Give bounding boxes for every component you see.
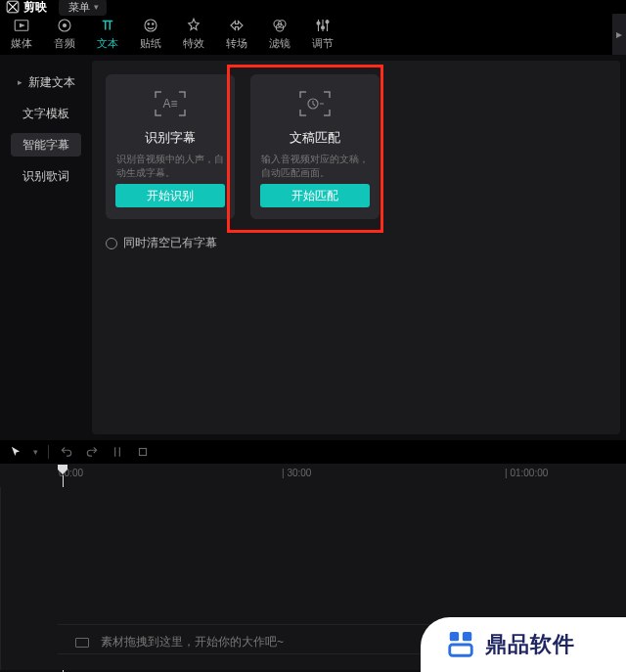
split-icon[interactable] xyxy=(110,444,125,460)
svg-rect-17 xyxy=(463,632,471,641)
sidebar-item-lyrics[interactable]: 识别歌词 xyxy=(11,164,81,188)
chevron-down-icon: ▾ xyxy=(94,2,99,12)
main-toolbar: 媒体 音频 文本 贴纸 特效 转场 滤镜 调节 ▸ xyxy=(0,14,626,55)
preview-collapse-icon[interactable]: ▸ xyxy=(612,14,626,55)
transition-icon xyxy=(228,17,246,34)
watermark-text: 鼎品软件 xyxy=(485,630,575,659)
svg-point-3 xyxy=(64,24,67,27)
app-logo: 剪映 xyxy=(6,0,47,16)
content-panel: A≡ 识别字幕 识别音视频中的人声，自动生成字幕。 开始识别 文稿匹配 输入音视… xyxy=(92,61,620,434)
scissors-icon xyxy=(6,0,20,14)
tab-media[interactable]: 媒体 xyxy=(0,17,43,51)
adjust-icon xyxy=(314,17,332,34)
svg-point-10 xyxy=(317,22,320,24)
svg-point-5 xyxy=(148,23,150,25)
checkbox-label: 同时清空已有字幕 xyxy=(123,235,217,251)
subtitle-icon: A≡ xyxy=(154,90,187,117)
effects-icon xyxy=(185,17,202,34)
svg-point-6 xyxy=(153,23,155,25)
svg-point-11 xyxy=(322,26,325,29)
card-desc: 输入音视频对应的文稿，自动匹配画面。 xyxy=(261,153,369,180)
svg-rect-18 xyxy=(450,645,472,655)
delete-icon[interactable] xyxy=(135,444,151,460)
undo-icon[interactable] xyxy=(59,444,74,460)
timeline-ruler[interactable]: 00:00 | 30:00 | 01:00:00 xyxy=(0,464,626,487)
tab-transition[interactable]: 转场 xyxy=(215,17,258,51)
clip-icon xyxy=(75,638,89,648)
filter-icon xyxy=(271,17,289,34)
card-recognize-subtitles: A≡ 识别字幕 识别音视频中的人声，自动生成字幕。 开始识别 xyxy=(106,74,235,219)
chevron-down-icon[interactable]: ▾ xyxy=(33,447,38,457)
pointer-tool-icon[interactable] xyxy=(8,444,23,460)
titlebar: 剪映 菜单 ▾ xyxy=(0,0,626,14)
tab-sticker[interactable]: 贴纸 xyxy=(129,17,172,51)
tab-text[interactable]: 文本 xyxy=(86,17,129,51)
card-desc: 识别音视频中的人声，自动生成字幕。 xyxy=(116,153,224,180)
svg-rect-15 xyxy=(140,449,147,456)
card-script-match: 文稿匹配 输入音视频对应的文稿，自动匹配画面。 开始匹配 xyxy=(250,74,380,219)
tab-filter[interactable]: 滤镜 xyxy=(258,17,301,51)
watermark-icon xyxy=(446,630,475,659)
sidebar-item-smart-subtitles[interactable]: 智能字幕 xyxy=(11,133,81,157)
sidebar-item-templates[interactable]: 文字模板 xyxy=(11,102,81,125)
redo-icon[interactable] xyxy=(84,444,100,460)
svg-text:A≡: A≡ xyxy=(162,97,177,111)
svg-point-12 xyxy=(326,21,329,23)
divider xyxy=(48,445,49,459)
media-icon xyxy=(13,17,30,34)
app-name: 剪映 xyxy=(23,0,47,16)
svg-rect-16 xyxy=(450,632,459,641)
ruler-mark: | 30:00 xyxy=(282,468,311,478)
tab-effects[interactable]: 特效 xyxy=(172,17,215,51)
playhead-handle-icon xyxy=(57,464,68,475)
start-recognize-button[interactable]: 开始识别 xyxy=(115,184,225,207)
text-sidebar: ▸ 新建文本 文字模板 智能字幕 识别歌词 xyxy=(0,55,92,440)
clear-subtitles-checkbox[interactable]: 同时清空已有字幕 xyxy=(106,235,606,251)
menu-dropdown[interactable]: 菜单 ▾ xyxy=(59,0,107,16)
card-title: 识别字幕 xyxy=(145,129,196,147)
timeline-toolbar: ▾ xyxy=(0,440,626,464)
tab-adjust[interactable]: 调节 xyxy=(301,17,344,51)
radio-unchecked-icon xyxy=(106,238,117,249)
script-match-icon xyxy=(298,90,332,117)
bullet-icon: ▸ xyxy=(18,77,22,87)
tab-audio[interactable]: 音频 xyxy=(43,17,86,51)
workspace: ▸ 新建文本 文字模板 智能字幕 识别歌词 A≡ 识别字幕 识别音视频中的人声，… xyxy=(0,55,626,440)
text-icon xyxy=(99,17,116,34)
start-match-button[interactable]: 开始匹配 xyxy=(260,184,370,207)
watermark: 鼎品软件 xyxy=(421,617,626,672)
sidebar-item-new-text[interactable]: ▸ 新建文本 xyxy=(11,70,81,94)
menu-label: 菜单 xyxy=(68,0,90,15)
sticker-icon xyxy=(142,17,159,34)
svg-point-4 xyxy=(145,20,156,31)
card-title: 文稿匹配 xyxy=(290,129,340,147)
timeline-empty-hint: 素材拖拽到这里，开始你的大作吧~ xyxy=(75,634,284,650)
ruler-mark: | 01:00:00 xyxy=(505,468,548,478)
audio-icon xyxy=(56,17,73,34)
